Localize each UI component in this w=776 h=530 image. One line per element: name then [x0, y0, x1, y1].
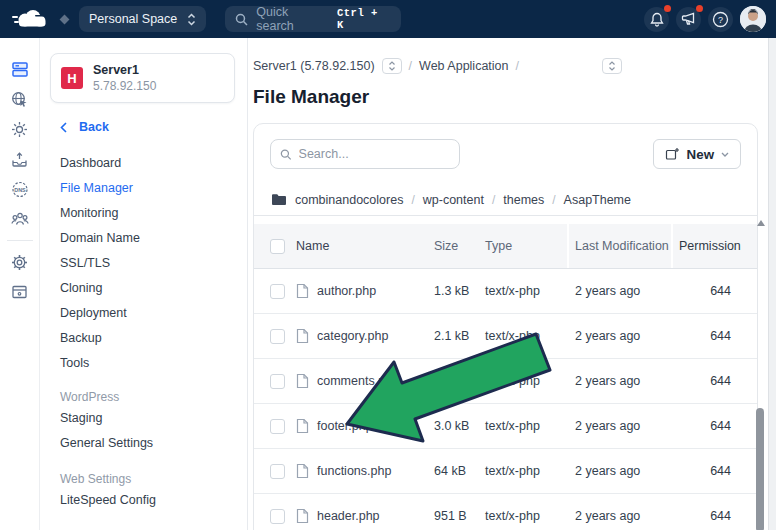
svg-text:DNS: DNS — [14, 187, 26, 193]
team-icon — [11, 211, 29, 227]
breadcrumb: Server1 (5.78.92.150) / Web Application … — [253, 58, 776, 74]
app-switcher[interactable] — [602, 58, 622, 74]
file-modified: 2 years ago — [575, 374, 679, 388]
file-size: 2.1 kB — [434, 329, 485, 343]
spark-icon — [11, 121, 28, 138]
help-button[interactable]: ? — [708, 7, 733, 32]
sidebar-item-cloning[interactable]: Cloning — [50, 276, 235, 301]
dns-icon: DNS — [11, 181, 29, 198]
column-type[interactable]: Type — [485, 239, 575, 253]
bell-icon — [650, 12, 664, 27]
scroll-up-arrow-icon[interactable] — [757, 220, 765, 226]
table-row[interactable]: functions.php 64 kB text/x-php 2 years a… — [254, 449, 757, 494]
server-ip: 5.78.92.150 — [93, 79, 156, 93]
row-checkbox[interactable] — [270, 509, 285, 524]
rail-dns-button[interactable]: DNS — [0, 174, 39, 204]
sidebar-item-deployment[interactable]: Deployment — [50, 301, 235, 326]
file-modified: 2 years ago — [575, 509, 679, 523]
file-name: author.php — [317, 284, 376, 298]
sidebar-item-backup[interactable]: Backup — [50, 326, 235, 351]
file-name: comments.php — [317, 374, 399, 388]
file-modified: 2 years ago — [575, 464, 679, 478]
server-card[interactable]: H Server1 5.78.92.150 — [50, 53, 235, 103]
column-permission[interactable]: Permission — [679, 239, 741, 253]
rail-spark-button[interactable] — [0, 114, 39, 144]
rail-backups-button[interactable] — [0, 277, 39, 307]
table-scrollbar[interactable] — [756, 218, 766, 530]
column-name[interactable]: Name — [296, 239, 329, 253]
section-title: Web Settings — [50, 470, 235, 488]
server-switcher[interactable] — [382, 58, 402, 74]
rail-servers-button[interactable] — [0, 54, 39, 84]
select-all-checkbox[interactable] — [270, 239, 285, 254]
announcements-button[interactable] — [676, 7, 701, 32]
quick-search-placeholder: Quick search — [256, 5, 329, 33]
file-permission: 644 — [679, 464, 741, 478]
breadcrumb-server[interactable]: Server1 (5.78.92.150) — [253, 59, 375, 73]
file-search-input[interactable] — [299, 147, 450, 161]
path-segment[interactable]: themes — [503, 193, 544, 207]
path-segment[interactable]: combinandocolores — [295, 193, 403, 207]
table-row[interactable]: comments.php text/x-php 2 years ago 644 — [254, 359, 757, 404]
table-row-footer-php[interactable]: footer.php 3.0 kB text/x-php 2 years ago… — [254, 404, 757, 449]
column-last-modification[interactable]: Last Modification — [575, 239, 679, 253]
search-icon — [235, 13, 248, 26]
path-segment[interactable]: wp-content — [423, 193, 484, 207]
row-checkbox[interactable] — [270, 464, 285, 479]
search-icon — [280, 148, 292, 161]
sidebar-item-litespeed-config[interactable]: LiteSpeed Config — [50, 488, 235, 513]
rail-websites-button[interactable] — [0, 84, 39, 114]
deploy-inbox-icon — [11, 151, 28, 168]
row-checkbox[interactable] — [270, 284, 285, 299]
folder-icon — [271, 193, 287, 206]
path-segment[interactable]: AsapTheme — [564, 193, 631, 207]
sidebar-item-domain-name[interactable]: Domain Name — [50, 226, 235, 251]
column-size[interactable]: Size — [434, 239, 485, 253]
scrollbar-thumb[interactable] — [756, 408, 764, 530]
file-size: 3.0 kB — [434, 419, 485, 433]
rail-settings-button[interactable] — [0, 247, 39, 277]
topbar: Personal Space Quick search Ctrl + K — [0, 0, 776, 38]
breadcrumb-section[interactable]: Web Application — [419, 59, 508, 73]
chevron-updown-icon — [608, 61, 616, 71]
cloud-logo-icon[interactable] — [8, 6, 50, 32]
table-header: Name Size Type Last Modification Permiss… — [254, 224, 757, 269]
user-avatar[interactable] — [740, 6, 766, 32]
row-checkbox[interactable] — [270, 374, 285, 389]
sidebar-item-dashboard[interactable]: Dashboard — [50, 151, 235, 176]
quick-search[interactable]: Quick search Ctrl + K — [225, 6, 401, 32]
file-type: text/x-php — [485, 284, 575, 298]
new-button[interactable]: New — [653, 139, 741, 169]
row-checkbox[interactable] — [270, 329, 285, 344]
back-link[interactable]: Back — [60, 119, 235, 135]
page-title: File Manager — [253, 86, 776, 108]
notifications-button[interactable] — [644, 7, 669, 32]
row-checkbox[interactable] — [270, 419, 285, 434]
main-content: Server1 (5.78.92.150) / Web Application … — [248, 38, 776, 530]
file-icon — [296, 328, 309, 344]
page-scrollbar[interactable] — [768, 38, 776, 530]
file-manager-card: New combinandocolores / wp-content / the… — [253, 123, 758, 530]
sidebar-section-web-settings: Web Settings LiteSpeed Config — [50, 470, 235, 513]
sidebar-item-general-settings[interactable]: General Settings — [50, 431, 235, 456]
table-row[interactable]: category.php 2.1 kB text/x-php 2 years a… — [254, 314, 757, 359]
sidebar-item-monitoring[interactable]: Monitoring — [50, 201, 235, 226]
table-row[interactable]: author.php 1.3 kB text/x-php 2 years ago… — [254, 269, 757, 314]
rail-deployments-button[interactable] — [0, 144, 39, 174]
table-row[interactable]: header.php 951 B text/x-php 2 years ago … — [254, 494, 757, 530]
breadcrumb-separator: / — [409, 59, 412, 73]
rail-team-button[interactable] — [0, 204, 39, 234]
path-breadcrumb: combinandocolores / wp-content / themes … — [254, 184, 757, 216]
file-type: text/x-php — [485, 329, 575, 343]
sidebar-item-file-manager[interactable]: File Manager — [50, 176, 235, 201]
new-button-label: New — [687, 147, 714, 162]
file-type: text/x-php — [485, 464, 575, 478]
sidebar-item-ssl-tls[interactable]: SSL/TLS — [50, 251, 235, 276]
sidebar-item-staging[interactable]: Staging — [50, 406, 235, 431]
file-icon — [296, 418, 309, 434]
file-name: header.php — [317, 509, 380, 523]
sidebar-item-tools[interactable]: Tools — [50, 351, 235, 376]
workspace-selector[interactable]: Personal Space — [79, 6, 206, 32]
help-icon: ? — [712, 11, 729, 28]
file-search[interactable] — [270, 139, 460, 169]
